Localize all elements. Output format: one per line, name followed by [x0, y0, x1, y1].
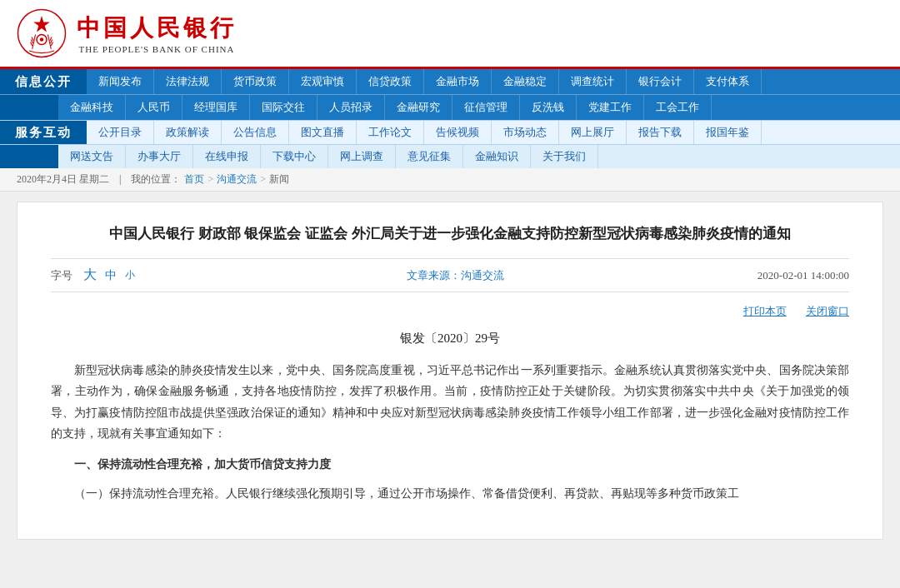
svg-line-4	[32, 35, 36, 49]
source-value: 沟通交流	[461, 269, 504, 282]
section1-heading: 一、保持流动性合理充裕，加大货币信贷支持力度	[51, 454, 849, 475]
font-large-btn[interactable]: 大	[81, 266, 99, 285]
nav-item-r2-9[interactable]: 工会工作	[644, 95, 712, 120]
close-link[interactable]: 关闭窗口	[806, 305, 849, 317]
nav-row-1: 信息公开 新闻发布法律法规货币政策宏观审慎信贷政策金融市场金融稳定调查统计银行会…	[0, 69, 900, 94]
nav-item-6[interactable]: 金融稳定	[492, 69, 559, 94]
service-item-8[interactable]: 报告下载	[627, 121, 694, 144]
doc-number: 银发〔2020〕29号	[51, 331, 849, 346]
service-item-r2-7[interactable]: 关于我们	[531, 145, 598, 168]
service-item-4[interactable]: 工作论文	[357, 121, 424, 144]
breadcrumb-current: 新闻	[269, 172, 289, 187]
nav-item-r2-6[interactable]: 征信管理	[452, 95, 520, 120]
nav-item-3[interactable]: 宏观审慎	[289, 69, 357, 94]
breadcrumb-sep2: >	[260, 173, 266, 186]
nav-item-4[interactable]: 信贷政策	[357, 69, 424, 94]
breadcrumb-sep1: >	[208, 173, 213, 186]
svg-line-10	[51, 40, 52, 44]
logo-text: 中国人民银行 THE PEOPLE'S BANK OF CHINA	[77, 12, 237, 54]
site-header: 中国人民银行 THE PEOPLE'S BANK OF CHINA	[0, 0, 900, 69]
service-items-row1: 公开目录政策解读公告信息图文直播工作论文告候视频市场动态网上展厅报告下载报国年鉴	[87, 121, 900, 144]
nav-item-8[interactable]: 银行会计	[627, 69, 694, 94]
breadcrumb-home[interactable]: 首页	[184, 172, 204, 187]
nav-item-7[interactable]: 调查统计	[559, 69, 627, 94]
article-para1: 新型冠状病毒感染的肺炎疫情发生以来，党中央、国务院高度重视，习近平总书记作出一系…	[51, 360, 849, 444]
service-row-2: 网送文告办事大厅在线申报下载中心网上调查意见征集金融知识关于我们	[0, 144, 900, 168]
nav-item-9[interactable]: 支付体系	[694, 69, 762, 94]
svg-line-9	[51, 42, 52, 47]
print-close-bar: 打印本页 关闭窗口	[51, 299, 849, 324]
nav-item-r2-7[interactable]: 反洗钱	[520, 95, 577, 120]
nav-item-r2-3[interactable]: 国际交往	[250, 95, 318, 120]
breadcrumb-location-label: 我的位置：	[131, 172, 181, 187]
svg-line-8	[48, 35, 52, 49]
service-item-r2-4[interactable]: 网上调查	[328, 145, 396, 168]
article-content: 中国人民银行 财政部 银保监会 证监会 外汇局关于进一步强化金融支持防控新型冠状…	[17, 202, 883, 540]
logo-english: THE PEOPLE'S BANK OF CHINA	[79, 44, 235, 54]
nav-item-r2-0[interactable]: 金融科技	[58, 95, 126, 120]
article-title: 中国人民银行 财政部 银保监会 证监会 外汇局关于进一步强化金融支持防控新型冠状…	[51, 222, 849, 245]
breadcrumb-divider: |	[119, 173, 121, 186]
source-label: 文章来源：	[407, 269, 461, 282]
nav-item-1[interactable]: 法律法规	[154, 69, 222, 94]
font-label: 字号	[51, 268, 72, 283]
print-link[interactable]: 打印本页	[743, 305, 787, 317]
svg-line-11	[50, 37, 52, 42]
service-item-r2-0[interactable]: 网送文告	[58, 145, 126, 168]
svg-marker-1	[33, 16, 50, 32]
service-item-r2-2[interactable]: 在线申报	[193, 145, 261, 168]
article-meta: 字号 大 中 小 文章来源：沟通交流 2020-02-01 14:00:00	[51, 258, 849, 292]
article-source: 文章来源：沟通交流	[154, 268, 758, 283]
pboc-emblem	[17, 8, 67, 58]
service-row-1: 服务互动 公开目录政策解读公告信息图文直播工作论文告候视频市场动态网上展厅报告下…	[0, 120, 900, 144]
service-item-7[interactable]: 网上展厅	[559, 121, 627, 144]
font-size-controls: 字号 大 中 小	[51, 266, 138, 285]
nav-row-2: 金融科技人民币经理国库国际交往人员招录金融研究征信管理反洗钱党建工作工会工作	[0, 94, 900, 120]
service-item-1[interactable]: 政策解读	[154, 121, 222, 144]
service-item-3[interactable]: 图文直播	[289, 121, 357, 144]
font-medium-btn[interactable]: 中	[102, 267, 119, 284]
font-small-btn[interactable]: 小	[122, 267, 138, 283]
nav-item-r2-8[interactable]: 党建工作	[577, 95, 644, 120]
nav-item-r2-2[interactable]: 经理国库	[182, 95, 250, 120]
service-item-r2-3[interactable]: 下载中心	[261, 145, 328, 168]
nav-items-row1: 新闻发布法律法规货币政策宏观审慎信贷政策金融市场金融稳定调查统计银行会计支付体系	[87, 69, 900, 94]
service-item-r2-6[interactable]: 金融知识	[463, 145, 531, 168]
svg-line-6	[31, 40, 32, 44]
nav-items-row2: 金融科技人民币经理国库国际交往人员招录金融研究征信管理反洗钱党建工作工会工作	[58, 95, 900, 120]
nav-section-1-label: 信息公开	[0, 69, 87, 94]
service-section-label: 服务互动	[0, 121, 87, 144]
service-item-9[interactable]: 报国年鉴	[694, 121, 762, 144]
nav-item-r2-4[interactable]: 人员招录	[318, 95, 385, 120]
nav-item-0[interactable]: 新闻发布	[87, 69, 154, 94]
nav-item-2[interactable]: 货币政策	[222, 69, 289, 94]
svg-line-5	[31, 42, 32, 47]
service-items-row2: 网送文告办事大厅在线申报下载中心网上调查意见征集金融知识关于我们	[58, 145, 900, 168]
service-item-6[interactable]: 市场动态	[492, 121, 559, 144]
main-nav: 信息公开 新闻发布法律法规货币政策宏观审慎信贷政策金融市场金融稳定调查统计银行会…	[0, 69, 900, 120]
service-item-2[interactable]: 公告信息	[222, 121, 289, 144]
article-para2: （一）保持流动性合理充裕。人民银行继续强化预期引导，通过公开市场操作、常备借贷便…	[51, 483, 849, 504]
breadcrumb-date: 2020年2月4日 星期二	[17, 172, 109, 187]
article-date: 2020-02-01 14:00:00	[758, 269, 849, 282]
logo-chinese: 中国人民银行	[77, 12, 237, 44]
nav-item-r2-1[interactable]: 人民币	[126, 95, 182, 120]
breadcrumb-section[interactable]: 沟通交流	[217, 172, 257, 187]
nav-item-r2-5[interactable]: 金融研究	[385, 95, 452, 120]
svg-point-3	[40, 37, 44, 42]
service-item-5[interactable]: 告候视频	[424, 121, 492, 144]
svg-line-7	[32, 37, 33, 42]
breadcrumb-bar: 2020年2月4日 星期二 | 我的位置： 首页 > 沟通交流 > 新闻	[0, 168, 900, 192]
article-body: 新型冠状病毒感染的肺炎疫情发生以来，党中央、国务院高度重视，习近平总书记作出一系…	[51, 360, 849, 504]
service-item-0[interactable]: 公开目录	[87, 121, 154, 144]
nav-item-5[interactable]: 金融市场	[424, 69, 492, 94]
service-item-r2-1[interactable]: 办事大厅	[126, 145, 193, 168]
service-item-r2-5[interactable]: 意见征集	[396, 145, 463, 168]
